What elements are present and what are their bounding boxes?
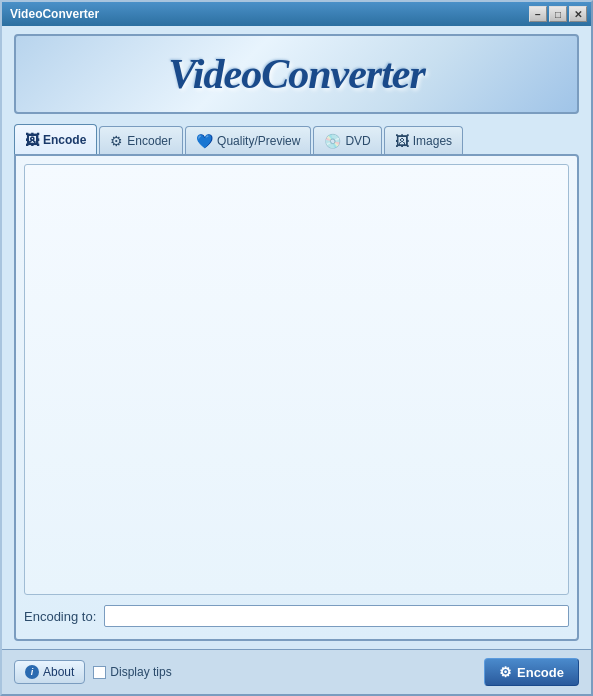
encoding-row: Encoding to: [24, 595, 569, 631]
tab-dvd[interactable]: 💿 DVD [313, 126, 381, 154]
tab-encoder-label: Encoder [127, 134, 172, 148]
tab-dvd-label: DVD [345, 134, 370, 148]
maximize-button[interactable]: □ [549, 6, 567, 22]
dvd-tab-icon: 💿 [324, 133, 341, 149]
encode-tab-icon: 🖼 [25, 132, 39, 148]
banner-title: VideoConverter [168, 50, 425, 98]
main-panel: Encoding to: [14, 154, 579, 641]
app-banner: VideoConverter [14, 34, 579, 114]
tab-images-label: Images [413, 134, 452, 148]
tab-quality[interactable]: 💙 Quality/Preview [185, 126, 311, 154]
display-tips-checkbox[interactable] [93, 666, 106, 679]
footer-left: i About Display tips [14, 660, 172, 684]
tab-quality-label: Quality/Preview [217, 134, 300, 148]
title-bar-buttons: − □ ✕ [529, 6, 587, 22]
encoding-input[interactable] [104, 605, 569, 627]
about-label: About [43, 665, 74, 679]
encoder-tab-icon: ⚙ [110, 133, 123, 149]
gear-icon: ⚙ [499, 664, 512, 680]
minimize-button[interactable]: − [529, 6, 547, 22]
encode-button-label: Encode [517, 665, 564, 680]
about-button[interactable]: i About [14, 660, 85, 684]
tab-encoder[interactable]: ⚙ Encoder [99, 126, 183, 154]
title-bar: VideoConverter − □ ✕ [2, 2, 591, 26]
display-tips-label: Display tips [110, 665, 171, 679]
display-tips-toggle[interactable]: Display tips [93, 665, 171, 679]
footer: i About Display tips ⚙ Encode [2, 649, 591, 694]
window-content: VideoConverter 🖼 Encode ⚙ Encoder 💙 Qual… [2, 26, 591, 649]
encode-content-area [24, 164, 569, 595]
window-title: VideoConverter [10, 7, 99, 21]
close-button[interactable]: ✕ [569, 6, 587, 22]
encode-button[interactable]: ⚙ Encode [484, 658, 579, 686]
quality-tab-icon: 💙 [196, 133, 213, 149]
tab-encode-label: Encode [43, 133, 86, 147]
images-tab-icon: 🖼 [395, 133, 409, 149]
tab-images[interactable]: 🖼 Images [384, 126, 463, 154]
info-icon: i [25, 665, 39, 679]
main-window: VideoConverter − □ ✕ VideoConverter 🖼 En… [0, 0, 593, 696]
encoding-label: Encoding to: [24, 609, 96, 624]
tab-bar: 🖼 Encode ⚙ Encoder 💙 Quality/Preview 💿 D… [14, 124, 579, 154]
tab-encode[interactable]: 🖼 Encode [14, 124, 97, 154]
